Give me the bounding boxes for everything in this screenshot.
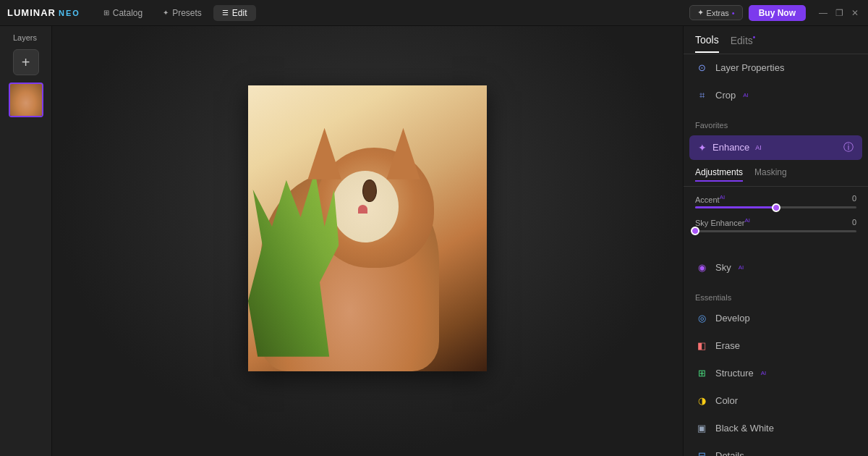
extras-button[interactable]: ✦ Extras •	[689, 5, 743, 20]
extras-label: Extras	[707, 9, 729, 17]
nav-presets-label: Presets	[172, 8, 202, 18]
info-icon[interactable]: ⓘ	[843, 141, 854, 154]
sky-enhancer-value: 0	[852, 218, 856, 227]
layers-panel: Layers +	[0, 26, 52, 456]
crop-icon: ⌗	[695, 89, 708, 102]
tab-tools-label: Tools	[695, 34, 719, 46]
app-logo: LUMINAR NEO	[7, 7, 80, 18]
logo-luminar: LUMINAR	[7, 7, 56, 18]
sub-tab-masking[interactable]: Masking	[754, 167, 787, 182]
enhance-label: Enhance	[712, 142, 749, 153]
panel-tabs: Tools Edits•	[684, 26, 868, 54]
erase-item[interactable]: ◧ Erase	[684, 332, 868, 360]
accent-name: AccentAI	[695, 194, 725, 204]
structure-icon: ⊞	[695, 367, 708, 380]
sky-icon: ◉	[695, 261, 708, 274]
photo-container	[248, 85, 487, 371]
presets-icon: ✦	[163, 9, 169, 17]
erase-icon: ◧	[695, 339, 708, 352]
add-layer-button[interactable]: +	[13, 49, 39, 75]
sky-enhancer-label-row: Sky EnhancerAI 0	[695, 217, 856, 227]
main-area: Layers +	[0, 26, 868, 456]
bw-label: Black & White	[715, 423, 774, 434]
accent-ai-badge: AI	[720, 194, 726, 200]
enhance-ai-badge: AI	[755, 144, 762, 151]
minimize-button[interactable]: —	[817, 7, 829, 19]
photo-canvas	[248, 85, 487, 371]
crop-ai-badge: AI	[743, 92, 749, 98]
nav-edit-label: Edit	[232, 8, 247, 18]
sky-label: Sky	[715, 262, 731, 273]
details-label: Details	[715, 450, 744, 456]
titlebar-right: ✦ Extras • Buy Now — ❐ ✕	[689, 5, 861, 21]
develop-label: Develop	[715, 313, 750, 324]
develop-icon: ◎	[695, 312, 708, 325]
catalog-icon: ⊞	[103, 9, 109, 17]
tab-tools[interactable]: Tools	[695, 34, 719, 53]
enhance-left: ✦ Enhance AI	[698, 142, 762, 153]
erase-label: Erase	[715, 340, 740, 351]
bw-icon: ▣	[695, 422, 708, 435]
bw-item[interactable]: ▣ Black & White	[684, 415, 868, 442]
close-button[interactable]: ✕	[849, 7, 861, 19]
tab-edits-label: Edits	[731, 35, 753, 46]
layer-properties-label: Layer Properties	[715, 62, 784, 73]
layer-thumb-image	[10, 84, 42, 116]
crop-item[interactable]: ⌗ Crop AI	[684, 82, 868, 109]
titlebar: LUMINAR NEO ⊞ Catalog ✦ Presets ☰ Edit ✦…	[0, 0, 868, 26]
logo-neo: NEO	[59, 9, 80, 17]
sub-tab-adjustments-label: Adjustments	[695, 167, 743, 177]
extras-dot: •	[732, 9, 735, 17]
crop-label: Crop	[715, 90, 736, 101]
structure-item[interactable]: ⊞ Structure AI	[684, 360, 868, 387]
accent-slider-thumb[interactable]	[772, 203, 780, 212]
accent-label-row: AccentAI 0	[695, 194, 856, 204]
edit-icon: ☰	[222, 9, 229, 17]
sky-enhancer-slider-track[interactable]	[695, 230, 856, 232]
sub-tab-masking-label: Masking	[754, 167, 787, 177]
color-item[interactable]: ◑ Color	[684, 387, 868, 415]
enhance-sliders: AccentAI 0 Sky EnhancerAI 0	[684, 187, 868, 248]
accent-slider-track[interactable]	[695, 206, 856, 208]
titlebar-left: LUMINAR NEO ⊞ Catalog ✦ Presets ☰ Edit	[7, 5, 256, 21]
nav-presets[interactable]: ✦ Presets	[154, 5, 210, 21]
color-icon: ◑	[695, 394, 708, 408]
layer-properties-item[interactable]: ⊙ Layer Properties	[684, 54, 868, 82]
extras-icon: ✦	[697, 8, 704, 17]
nav-catalog-label: Catalog	[113, 8, 142, 18]
nav-catalog[interactable]: ⊞ Catalog	[95, 5, 151, 21]
color-label: Color	[715, 395, 738, 406]
nav-edit[interactable]: ☰ Edit	[213, 5, 256, 21]
essentials-label: Essentials	[684, 287, 868, 305]
details-item[interactable]: ⊟ Details	[684, 442, 868, 456]
favorites-label: Favorites	[684, 115, 868, 132]
enhance-sub-tabs: Adjustments Masking	[684, 163, 868, 187]
sky-enhancer-ai-badge: AI	[744, 217, 750, 224]
layers-title: Layers	[6, 33, 37, 42]
window-controls: — ❐ ✕	[817, 7, 861, 19]
maximize-button[interactable]: ❐	[833, 7, 845, 19]
layer-thumbnail[interactable]	[9, 83, 43, 117]
accent-slider-row: AccentAI 0	[695, 194, 856, 209]
sky-enhancer-slider-thumb[interactable]	[691, 227, 699, 235]
accent-slider-fill	[695, 206, 776, 208]
sky-enhancer-name: Sky EnhancerAI	[695, 217, 750, 227]
cat-nose	[358, 205, 367, 214]
details-icon: ⊟	[695, 449, 708, 456]
structure-label: Structure	[715, 368, 754, 379]
sub-tab-adjustments[interactable]: Adjustments	[695, 167, 743, 182]
tab-edits[interactable]: Edits•	[731, 33, 756, 54]
nav-bar: ⊞ Catalog ✦ Presets ☰ Edit	[95, 5, 256, 21]
sky-ai-badge: AI	[739, 264, 744, 271]
sky-enhancer-slider-row: Sky EnhancerAI 0	[695, 217, 856, 232]
canvas-area: 👁 ⧉ 49% ⌄ Actions ⌄	[52, 26, 683, 456]
edits-dot: •	[753, 33, 756, 41]
accent-value: 0	[852, 194, 856, 203]
add-icon: +	[22, 54, 30, 71]
develop-item[interactable]: ◎ Develop	[684, 305, 868, 332]
right-panel: Tools Edits• ⊙ Layer Properties ⌗ Crop A…	[683, 26, 868, 456]
sky-item[interactable]: ◉ Sky AI	[684, 254, 868, 282]
enhance-icon: ✦	[698, 142, 707, 153]
buy-now-button[interactable]: Buy Now	[749, 5, 806, 21]
enhance-header[interactable]: ✦ Enhance AI ⓘ	[689, 135, 862, 160]
